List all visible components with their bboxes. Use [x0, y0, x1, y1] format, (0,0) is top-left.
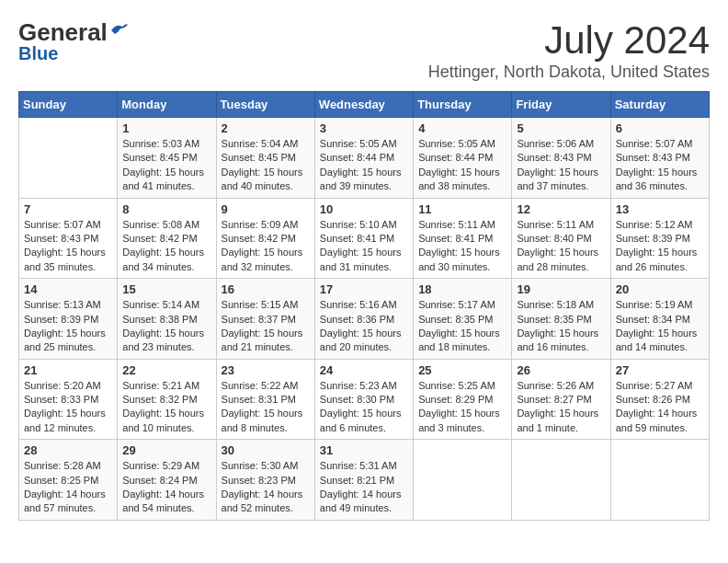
day-info: Sunrise: 5:20 AM Sunset: 8:33 PM Dayligh…	[24, 379, 112, 436]
calendar-cell: 21Sunrise: 5:20 AM Sunset: 8:33 PM Dayli…	[19, 359, 118, 440]
day-info: Sunrise: 5:19 AM Sunset: 8:34 PM Dayligh…	[616, 298, 704, 355]
calendar-cell: 30Sunrise: 5:30 AM Sunset: 8:23 PM Dayli…	[216, 440, 314, 521]
day-number: 4	[418, 121, 506, 135]
day-info: Sunrise: 5:06 AM Sunset: 8:43 PM Dayligh…	[517, 137, 605, 194]
calendar-cell: 27Sunrise: 5:27 AM Sunset: 8:26 PM Dayli…	[610, 359, 709, 440]
day-number: 24	[320, 363, 408, 377]
calendar-cell: 15Sunrise: 5:14 AM Sunset: 8:38 PM Dayli…	[118, 279, 216, 360]
day-info: Sunrise: 5:05 AM Sunset: 8:44 PM Dayligh…	[418, 137, 506, 194]
day-info: Sunrise: 5:14 AM Sunset: 8:38 PM Dayligh…	[122, 298, 210, 355]
calendar-cell: 17Sunrise: 5:16 AM Sunset: 8:36 PM Dayli…	[314, 279, 413, 360]
day-number: 7	[24, 202, 112, 216]
day-number: 27	[616, 363, 704, 377]
day-number: 2	[222, 121, 310, 135]
day-info: Sunrise: 5:18 AM Sunset: 8:35 PM Dayligh…	[517, 298, 605, 355]
calendar-cell	[610, 440, 709, 521]
day-number: 14	[24, 282, 112, 296]
calendar-header-row: SundayMondayTuesdayWednesdayThursdayFrid…	[19, 92, 710, 118]
calendar-cell: 3Sunrise: 5:05 AM Sunset: 8:44 PM Daylig…	[314, 118, 413, 199]
day-number: 20	[616, 282, 704, 296]
day-number: 31	[320, 443, 408, 457]
calendar-cell: 29Sunrise: 5:29 AM Sunset: 8:24 PM Dayli…	[118, 440, 216, 521]
day-info: Sunrise: 5:11 AM Sunset: 8:41 PM Dayligh…	[418, 218, 506, 275]
day-number: 22	[122, 363, 210, 377]
calendar-cell: 6Sunrise: 5:07 AM Sunset: 8:43 PM Daylig…	[610, 118, 709, 199]
page-header: General Blue July 2024 Hettinger, North …	[18, 18, 710, 82]
calendar-cell: 9Sunrise: 5:09 AM Sunset: 8:42 PM Daylig…	[216, 198, 314, 279]
column-header-friday: Friday	[512, 92, 610, 118]
day-number: 10	[320, 202, 408, 216]
day-number: 21	[24, 363, 112, 377]
day-info: Sunrise: 5:17 AM Sunset: 8:35 PM Dayligh…	[418, 298, 506, 355]
calendar-cell: 31Sunrise: 5:31 AM Sunset: 8:21 PM Dayli…	[314, 440, 413, 521]
day-number: 1	[122, 121, 210, 135]
day-number: 13	[616, 202, 704, 216]
calendar-cell: 22Sunrise: 5:21 AM Sunset: 8:32 PM Dayli…	[118, 359, 216, 440]
calendar-cell: 26Sunrise: 5:26 AM Sunset: 8:27 PM Dayli…	[512, 359, 610, 440]
calendar-cell: 12Sunrise: 5:11 AM Sunset: 8:40 PM Dayli…	[512, 198, 610, 279]
column-header-tuesday: Tuesday	[216, 92, 314, 118]
day-info: Sunrise: 5:26 AM Sunset: 8:27 PM Dayligh…	[517, 379, 605, 436]
location-title: Hettinger, North Dakota, United States	[428, 63, 710, 82]
calendar-week-row: 28Sunrise: 5:28 AM Sunset: 8:25 PM Dayli…	[19, 440, 710, 521]
day-info: Sunrise: 5:23 AM Sunset: 8:30 PM Dayligh…	[320, 379, 408, 436]
title-area: July 2024 Hettinger, North Dakota, Unite…	[428, 18, 710, 82]
day-number: 26	[517, 363, 605, 377]
calendar-cell: 16Sunrise: 5:15 AM Sunset: 8:37 PM Dayli…	[216, 279, 314, 360]
logo: General Blue	[18, 18, 130, 64]
day-number: 11	[418, 202, 506, 216]
day-number: 6	[616, 121, 704, 135]
day-number: 23	[222, 363, 310, 377]
day-info: Sunrise: 5:03 AM Sunset: 8:45 PM Dayligh…	[122, 137, 210, 194]
calendar-table: SundayMondayTuesdayWednesdayThursdayFrid…	[18, 91, 710, 521]
day-number: 3	[320, 121, 408, 135]
month-title: July 2024	[428, 18, 710, 63]
day-info: Sunrise: 5:10 AM Sunset: 8:41 PM Dayligh…	[320, 218, 408, 275]
day-info: Sunrise: 5:08 AM Sunset: 8:42 PM Dayligh…	[122, 218, 210, 275]
day-number: 25	[418, 363, 506, 377]
day-number: 9	[222, 202, 310, 216]
calendar-cell: 14Sunrise: 5:13 AM Sunset: 8:39 PM Dayli…	[19, 279, 118, 360]
day-info: Sunrise: 5:04 AM Sunset: 8:45 PM Dayligh…	[222, 137, 310, 194]
calendar-week-row: 7Sunrise: 5:07 AM Sunset: 8:43 PM Daylig…	[19, 198, 710, 279]
day-number: 17	[320, 282, 408, 296]
day-info: Sunrise: 5:27 AM Sunset: 8:26 PM Dayligh…	[616, 379, 704, 436]
calendar-cell	[512, 440, 610, 521]
day-info: Sunrise: 5:22 AM Sunset: 8:31 PM Dayligh…	[222, 379, 310, 436]
day-number: 15	[122, 282, 210, 296]
calendar-week-row: 14Sunrise: 5:13 AM Sunset: 8:39 PM Dayli…	[19, 279, 710, 360]
calendar-cell: 13Sunrise: 5:12 AM Sunset: 8:39 PM Dayli…	[610, 198, 709, 279]
day-info: Sunrise: 5:25 AM Sunset: 8:29 PM Dayligh…	[418, 379, 506, 436]
column-header-monday: Monday	[118, 92, 216, 118]
column-header-thursday: Thursday	[414, 92, 512, 118]
day-info: Sunrise: 5:09 AM Sunset: 8:42 PM Dayligh…	[222, 218, 310, 275]
day-info: Sunrise: 5:05 AM Sunset: 8:44 PM Dayligh…	[320, 137, 408, 194]
calendar-cell: 18Sunrise: 5:17 AM Sunset: 8:35 PM Dayli…	[414, 279, 512, 360]
day-info: Sunrise: 5:15 AM Sunset: 8:37 PM Dayligh…	[222, 298, 310, 355]
calendar-cell: 20Sunrise: 5:19 AM Sunset: 8:34 PM Dayli…	[610, 279, 709, 360]
day-info: Sunrise: 5:21 AM Sunset: 8:32 PM Dayligh…	[122, 379, 210, 436]
calendar-week-row: 1Sunrise: 5:03 AM Sunset: 8:45 PM Daylig…	[19, 118, 710, 199]
calendar-cell: 7Sunrise: 5:07 AM Sunset: 8:43 PM Daylig…	[19, 198, 118, 279]
calendar-cell	[19, 118, 118, 199]
day-number: 16	[222, 282, 310, 296]
day-number: 29	[122, 443, 210, 457]
day-info: Sunrise: 5:07 AM Sunset: 8:43 PM Dayligh…	[616, 137, 704, 194]
calendar-cell	[414, 440, 512, 521]
day-info: Sunrise: 5:12 AM Sunset: 8:39 PM Dayligh…	[616, 218, 704, 275]
day-number: 30	[222, 443, 310, 457]
calendar-cell: 24Sunrise: 5:23 AM Sunset: 8:30 PM Dayli…	[314, 359, 413, 440]
calendar-cell: 8Sunrise: 5:08 AM Sunset: 8:42 PM Daylig…	[118, 198, 216, 279]
calendar-cell: 11Sunrise: 5:11 AM Sunset: 8:41 PM Dayli…	[414, 198, 512, 279]
calendar-cell: 5Sunrise: 5:06 AM Sunset: 8:43 PM Daylig…	[512, 118, 610, 199]
day-info: Sunrise: 5:30 AM Sunset: 8:23 PM Dayligh…	[222, 459, 310, 516]
day-info: Sunrise: 5:13 AM Sunset: 8:39 PM Dayligh…	[24, 298, 112, 355]
day-info: Sunrise: 5:31 AM Sunset: 8:21 PM Dayligh…	[320, 459, 408, 516]
calendar-cell: 4Sunrise: 5:05 AM Sunset: 8:44 PM Daylig…	[414, 118, 512, 199]
day-number: 19	[517, 282, 605, 296]
day-info: Sunrise: 5:29 AM Sunset: 8:24 PM Dayligh…	[122, 459, 210, 516]
day-number: 18	[418, 282, 506, 296]
calendar-cell: 10Sunrise: 5:10 AM Sunset: 8:41 PM Dayli…	[314, 198, 413, 279]
day-info: Sunrise: 5:16 AM Sunset: 8:36 PM Dayligh…	[320, 298, 408, 355]
calendar-cell: 23Sunrise: 5:22 AM Sunset: 8:31 PM Dayli…	[216, 359, 314, 440]
